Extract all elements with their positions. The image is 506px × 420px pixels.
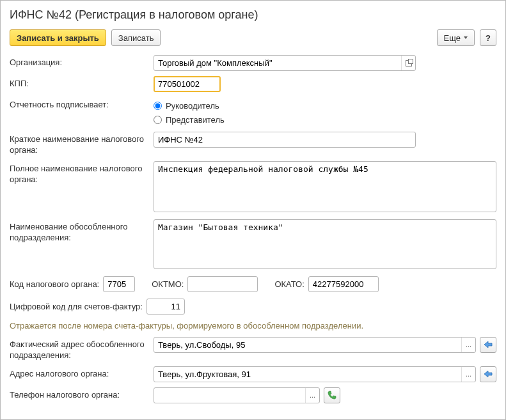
tax-phone-field[interactable]: ... [154, 387, 320, 403]
short-name-input[interactable] [154, 132, 416, 148]
signed-by-radio-group: Руководитель Представитель [154, 97, 496, 127]
radio-rep[interactable]: Представитель [154, 113, 496, 127]
kpp-input[interactable] [154, 76, 221, 92]
radio-head[interactable]: Руководитель [154, 98, 496, 113]
digit-code-label: Цифровой код для счетов-фактур: [10, 302, 143, 311]
ellipsis-icon[interactable]: ... [461, 338, 475, 352]
short-name-label: Краткое наименование налогового органа: [10, 132, 154, 156]
form-window: ИФНС №42 (Регистрация в налоговом органе… [0, 0, 506, 420]
digit-code-input[interactable] [146, 299, 185, 315]
unit-name-textarea[interactable]: Магазин "Бытовая техника" [154, 219, 496, 269]
fill-address-button[interactable] [480, 337, 496, 353]
radio-rep-input[interactable] [154, 116, 162, 124]
tax-phone-input[interactable] [154, 388, 305, 403]
oktmo-input[interactable] [187, 276, 258, 292]
organization-input[interactable] [154, 56, 401, 70]
dial-button[interactable] [324, 387, 340, 403]
radio-head-input[interactable] [154, 102, 162, 110]
ellipsis-icon[interactable]: ... [305, 388, 319, 403]
organization-label: Организация: [10, 55, 154, 68]
okato-label: ОКАТО: [274, 279, 304, 289]
radio-rep-label: Представитель [166, 115, 225, 125]
signed-by-label: Отчетность подписывает: [10, 97, 154, 111]
digit-code-hint: Отражается после номера счета-фактуры, ф… [10, 321, 496, 331]
ellipsis-icon[interactable]: ... [461, 367, 475, 382]
tax-code-label: Код налогового органа: [10, 279, 99, 289]
organization-field[interactable] [154, 55, 416, 71]
full-name-textarea[interactable]: Инспекция федеральной налоговой службы №… [154, 161, 496, 212]
help-button[interactable]: ? [480, 29, 496, 46]
tax-phone-label: Телефон налогового органа: [10, 387, 154, 401]
tax-address-label: Адрес налогового органа: [10, 366, 154, 380]
actual-address-input[interactable] [154, 338, 461, 352]
toolbar: Записать и закрыть Записать Еще ? [10, 29, 496, 46]
fill-address-button[interactable] [480, 366, 496, 382]
radio-head-label: Руководитель [166, 101, 219, 111]
kpp-label: КПП: [10, 76, 154, 89]
page-title: ИФНС №42 (Регистрация в налоговом органе… [10, 8, 496, 22]
more-button[interactable]: Еще [437, 29, 475, 46]
unit-name-label: Наименование обособленного подразделения… [10, 219, 154, 244]
actual-address-field[interactable]: ... [154, 337, 476, 353]
phone-icon [328, 391, 336, 400]
arrow-left-icon [484, 370, 493, 378]
okato-input[interactable] [308, 276, 379, 292]
arrow-left-icon [484, 341, 493, 348]
tax-code-input[interactable] [103, 276, 135, 292]
save-button[interactable]: Записать [111, 29, 161, 46]
actual-address-label: Фактический адрес обособленного подразде… [10, 337, 154, 361]
full-name-label: Полное наименование налогового органа: [10, 161, 154, 185]
tax-address-input[interactable] [154, 367, 461, 382]
oktmo-label: ОКТМО: [152, 279, 184, 289]
save-and-close-button[interactable]: Записать и закрыть [10, 29, 106, 46]
tax-address-field[interactable]: ... [154, 366, 476, 382]
expand-icon[interactable] [401, 56, 415, 70]
